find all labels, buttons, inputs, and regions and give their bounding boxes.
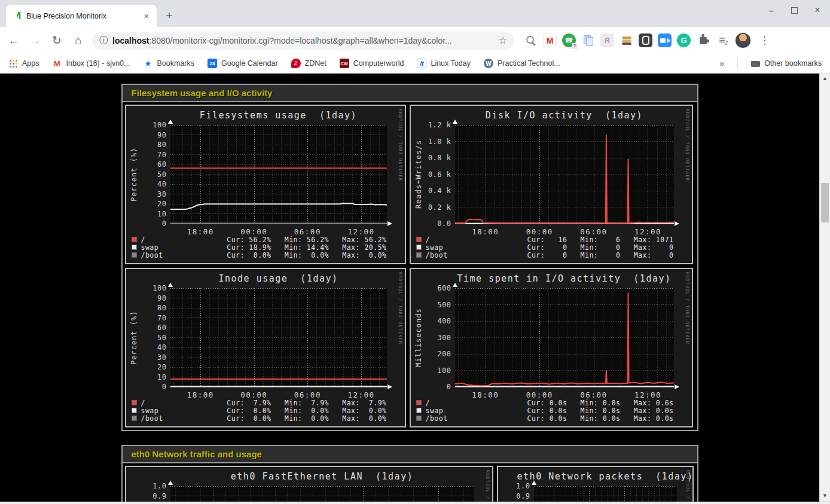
profile-avatar[interactable] (735, 32, 751, 48)
minimize-button[interactable]: – (767, 6, 776, 14)
y-tick-label: 0 (139, 383, 167, 391)
y-tick-label: 90 (139, 294, 167, 303)
bookmark-zdnet[interactable]: ZDNet (291, 59, 326, 68)
cw-icon (340, 59, 349, 68)
reload-button[interactable]: ↻ (49, 33, 65, 48)
chart-disk-io-activity[interactable]: Disk I/O activity (1day)Reads+Writes/s0.… (410, 105, 693, 264)
filesystem-charts-grid: Filesystems usage (1day)Percent (%)01020… (123, 102, 697, 430)
chart-eth0-packets[interactable]: eth0 Network packets (1day)Packets/s0.00… (497, 466, 694, 503)
bookmark-calendar-28[interactable]: Google Calendar (208, 59, 278, 68)
x-tick-label: 18:00 (472, 227, 499, 236)
y-tick-label: 70 (139, 314, 167, 322)
legend-swatch (132, 408, 137, 413)
scroll-down-icon[interactable]: ▼ (820, 491, 830, 500)
vertical-scrollbar[interactable]: ▲ ▼ (819, 74, 830, 503)
maximize-button[interactable] (791, 7, 798, 14)
legend-name: /boot (141, 414, 163, 423)
bookmark-star-icon[interactable]: ☆ (499, 35, 507, 46)
y-tick-label: 0.2 k (424, 203, 451, 212)
bookmark-cw[interactable]: Computerworld (340, 59, 404, 68)
legend-name: / (141, 399, 145, 407)
chart-eth0-lan[interactable]: eth0 FastEthernet LAN (1day)0.00.10.20.3… (125, 466, 493, 503)
close-window-button[interactable]: × (813, 6, 822, 14)
legend-name: / (426, 399, 430, 407)
legend-name: swap (141, 243, 159, 252)
y-tick-label: 60 (139, 160, 167, 169)
y-tick-label: 0.8 k (424, 154, 451, 162)
r-app-extension-icon[interactable] (600, 33, 614, 47)
browser-tab[interactable]: Blue Precision Monitorix × (6, 5, 157, 27)
bookmarks-overflow-icon[interactable]: » (719, 59, 724, 68)
section-filesystem: Filesystem usage and I/O activity Filesy… (121, 84, 698, 431)
bookmark-apps-grid[interactable]: Apps (8, 59, 39, 68)
url-text[interactable]: localhost:8080/monitorix-cgi/monitorix.c… (112, 36, 452, 45)
y-tick-label: 100 (424, 366, 451, 375)
legend-stats: Cur: 0.0% Min: 0.0% Max: 0.0% (227, 251, 386, 259)
gmail-m-icon (53, 59, 62, 68)
legend-row: /Cur: 7.9% Min: 7.9% Max: 7.9% (132, 399, 387, 407)
legend-row: /Cur: 56.2% Min: 56.2% Max: 56.2% (132, 236, 387, 243)
browser-menu-icon[interactable]: ⋮ (757, 34, 772, 47)
url-host: localhost (112, 36, 149, 45)
y-tick-label: 500 (424, 301, 451, 309)
back-button[interactable]: ← (6, 33, 22, 48)
scroll-up-icon[interactable]: ▲ (820, 74, 830, 83)
chart-inode-usage[interactable]: Inode usage (1day)Percent (%)01020304050… (125, 268, 406, 427)
y-tick-label: 10 (139, 210, 167, 218)
legend-name: / (141, 236, 145, 244)
search-extension-icon[interactable] (524, 33, 538, 47)
legend-row: /bootCur: 0.0s Min: 0.0s Max: 0.0s (416, 414, 674, 422)
legend-swatch (132, 252, 137, 258)
grammarly-extension-icon[interactable] (677, 33, 691, 47)
x-tick-label: 18:00 (187, 390, 214, 399)
y-tick-label: 40 (139, 343, 167, 352)
bookmark-linux-today[interactable]: Linux Today (417, 59, 471, 68)
legend-swatch (416, 400, 422, 405)
zoom-extension-icon[interactable] (658, 33, 672, 47)
apps-grid-icon (8, 59, 18, 68)
tab-close-icon[interactable]: × (141, 11, 152, 22)
bookmark-gmail-m[interactable]: Inbox (16) - sjvn0... (53, 59, 130, 68)
window-controls: – × (767, 6, 822, 14)
x-tick-label: 18:00 (187, 227, 214, 236)
legend-row: /Cur: 0.0s Min: 0.0s Max: 0.6s (416, 399, 674, 407)
playlist-extension-icon[interactable] (715, 33, 729, 47)
bookmarks-bar: AppsInbox (16) - sjvn0...BookmarksGoogle… (0, 54, 830, 74)
legend-stats: Cur: 18.9% Min: 14.4% Max: 20.5% (227, 243, 386, 252)
y-tick-label: 0 (139, 219, 167, 228)
legend-name: /boot (426, 414, 448, 423)
home-button[interactable]: ⌂ (71, 33, 86, 48)
new-tab-button[interactable]: + (161, 8, 177, 23)
y-tick-label: 30 (139, 190, 167, 198)
linux-today-icon (417, 59, 426, 68)
chart-filesystems-usage[interactable]: Filesystems usage (1day)Percent (%)01020… (125, 105, 406, 264)
legend-row: /bootCur: 0.0% Min: 0.0% Max: 0.0% (132, 251, 387, 259)
scrollbar-thumb[interactable] (821, 183, 829, 222)
dark-app-extension-icon[interactable] (639, 33, 652, 47)
legend-name: swap (426, 243, 444, 252)
chart-time-io-activity[interactable]: Time spent in I/O activity (1day)Millise… (410, 268, 693, 427)
tab-strip: Blue Precision Monitorix × + – × (0, 0, 830, 27)
address-bar[interactable]: ⓘ localhost:8080/monitorix-cgi/monitorix… (92, 32, 514, 50)
legend-row: /Cur: 16 Min: 6 Max: 1071 (416, 236, 674, 243)
puzzle-extension-icon[interactable] (696, 33, 710, 47)
stack-extension-icon[interactable] (620, 33, 633, 47)
bookmark-wordpress[interactable]: Practical Technol... (484, 59, 560, 68)
x-tick-label: 18:00 (472, 390, 499, 399)
legend-swatch (416, 416, 422, 421)
voice-extension-icon[interactable] (562, 33, 576, 47)
bookmark-blue-star[interactable]: Bookmarks (144, 59, 195, 68)
gmail-extension-icon[interactable] (543, 33, 557, 47)
y-tick-label: 80 (139, 140, 167, 149)
legend-swatch (132, 400, 137, 405)
y-tick-label: 70 (139, 151, 167, 159)
y-tick-label: 1.0 k (424, 138, 451, 146)
y-tick-label: 100 (139, 121, 167, 129)
y-tick-label: 80 (139, 304, 167, 312)
page-info-icon[interactable]: ⓘ (99, 35, 108, 46)
legend-stats: Cur: 0.0s Min: 0.0s Max: 0.0s (527, 407, 674, 415)
eth0-charts-grid: eth0 FastEthernet LAN (1day)0.00.10.20.3… (123, 463, 697, 503)
other-bookmarks-button[interactable]: Other bookmarks (751, 59, 822, 68)
copy-extension-icon[interactable] (581, 33, 595, 47)
legend-name: swap (141, 407, 159, 415)
